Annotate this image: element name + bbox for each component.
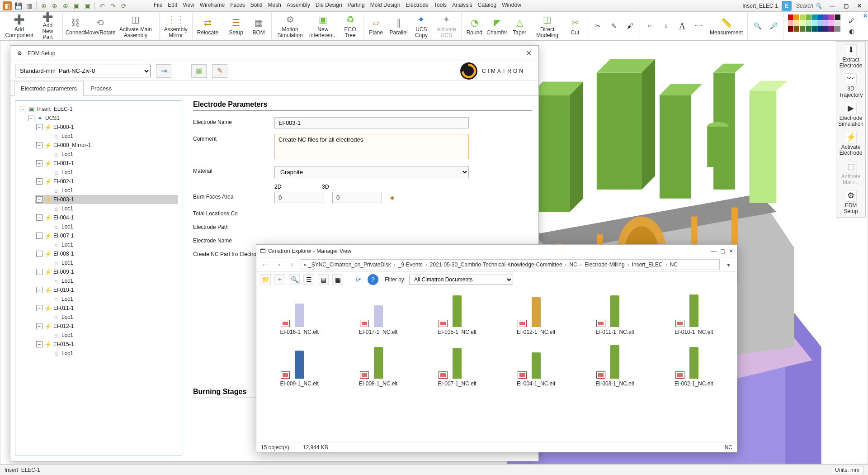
scissors-icon[interactable]: ✂ [591,13,604,39]
activate-electrode-button[interactable]: ⚡Activate Electrode [837,132,864,156]
edit-pencil-icon[interactable]: ✎ [607,13,621,39]
undo-icon[interactable]: ↶ [98,1,107,10]
tab-electrode-parameters[interactable]: Electrode parameters [14,81,84,96]
save-icon[interactable]: 💾 [14,1,23,10]
color-swatch[interactable] [817,20,823,26]
tree-collapse-icon[interactable]: − [36,251,42,257]
tree-location-row[interactable]: ⌂Loc1 [43,222,178,231]
menu-diedesign[interactable]: Die Design [316,2,342,8]
tree-collapse-icon[interactable]: − [36,196,42,203]
add-component-button[interactable]: ➕Add Component [5,13,33,39]
tree-location-row[interactable]: ⌂Loc1 [43,204,178,213]
tree-location-row[interactable]: ⌂Loc1 [43,258,178,267]
tree-electrode-row[interactable]: −⚡El-008-1 [35,249,178,258]
tree-location-row[interactable]: ⌂Loc1 [43,186,178,195]
file-thumbnail[interactable]: El-007-1_NC.elt [422,343,492,387]
view-thumbs-button[interactable]: ▦ [332,274,343,285]
breadcrumb-segment[interactable]: Electrode-Milling [585,261,625,268]
add-new-part-button[interactable]: ➕Add New Part [36,13,60,39]
explorer-close-button[interactable]: ✕ [729,248,733,254]
electrode-name-input[interactable] [274,117,469,128]
template-select[interactable]: Standard-mm_Part-NC-Ziv-0 [15,65,151,77]
3d-trajectory-button[interactable]: 〰3D Trajectory [837,73,864,98]
color-palette[interactable] [786,13,842,39]
breadcrumb-segment[interactable]: « _SYNC_Cimatron_on_PrivateDisk [304,261,391,268]
breadcrumb-segment[interactable]: NC [570,261,577,268]
file-thumbnail[interactable]: El-004-1_NC.elt [501,343,571,387]
tree-collapse-icon[interactable]: − [36,233,42,239]
collapse-ribbon-button[interactable]: ✕ [863,13,868,19]
color-swatch[interactable] [817,14,823,20]
plane-button[interactable]: ▱Plane [366,13,386,39]
burn-3d-input[interactable] [332,192,382,203]
tree-location-row[interactable]: ⌂Loc1 [43,168,178,177]
breadcrumb-segment[interactable]: _9-Events [398,261,423,268]
explorer-minimize-button[interactable]: — [711,248,717,254]
file-thumbnail[interactable]: El-011-1_NC.elt [580,292,650,335]
activate-main-assembly-button[interactable]: ◫Activate Main Assembly [115,13,156,39]
activate-ucs-button[interactable]: ✦Activate UCS [434,13,458,39]
file-thumbnail[interactable]: El-012-1_NC.elt [501,292,571,335]
new-interference-button[interactable]: ▣New Interferen... [308,13,338,39]
color-swatch[interactable] [811,20,817,26]
tree-collapse-icon[interactable]: − [36,178,42,185]
cube-icon-1[interactable]: ▣ [72,1,81,10]
bom-button[interactable]: ▦BOM [249,13,269,39]
menu-solid[interactable]: Solid [250,2,263,8]
zoom-fit-icon[interactable]: 🔍 [750,13,764,39]
view-list-button[interactable]: ☰ [303,274,314,285]
tree-location-row[interactable]: ⌂Loc1 [43,294,178,304]
tree-electrode-row[interactable]: −⚡El-000-1 [35,123,178,132]
tree-collapse-icon[interactable]: − [28,115,34,121]
tree-electrode-row[interactable]: −⚡El-000_Mirror-1 [35,141,178,150]
color-swatch[interactable] [806,14,811,20]
view-details-button[interactable]: ▤ [318,274,329,285]
breadcrumb-segment[interactable]: NC [670,261,678,268]
tree-location-row[interactable]: ⌂Loc1 [43,150,178,159]
tree-collapse-icon[interactable]: − [36,287,42,293]
color-swatch[interactable] [788,14,793,20]
paint-icon[interactable]: 🖌 [623,13,637,39]
color-swatch[interactable] [794,26,799,32]
tree-location-row[interactable]: ⌂Loc1 [43,331,178,340]
tree-location-row[interactable]: ⌂Loc1 [43,240,178,249]
color-swatch[interactable] [823,20,829,26]
color-swatch[interactable] [788,26,793,32]
color-swatch[interactable] [806,26,811,32]
search-button[interactable]: 🔍 [289,274,300,285]
menu-electrode[interactable]: Electrode [406,2,429,8]
breadcrumb-segment[interactable]: Insert_ELEC [632,261,663,268]
add-icon-3[interactable]: ⊕ [61,1,70,10]
connect-button[interactable]: ⛓Connect [66,13,85,39]
tree-collapse-icon[interactable]: − [36,214,42,221]
tree-collapse-icon[interactable]: − [36,124,42,130]
template-import-button[interactable]: ⇥ [156,64,171,78]
tree-collapse-icon[interactable]: − [36,341,42,347]
tree-collapse-icon[interactable]: − [36,142,42,148]
color-swatch[interactable] [794,20,799,26]
eyedropper-icon[interactable]: 🖊 [845,16,859,26]
tree-electrode-row[interactable]: −⚡El-012-1 [35,322,178,331]
color-swatch[interactable] [806,20,811,26]
extract-electrode-button[interactable]: ⬇Extract Electrode [837,44,864,69]
tree-location-row[interactable]: ⌂Loc1 [43,132,178,141]
direct-modeling-button[interactable]: ◫Direct Modeling [532,13,562,39]
menu-tools[interactable]: Tools [434,2,447,8]
color-swatch[interactable] [800,14,805,20]
move-rotate-button[interactable]: ⟲Move/Rotate [88,13,112,39]
menu-molddesign[interactable]: Mold Design [370,2,401,8]
color-swatch[interactable] [835,20,840,26]
tree-collapse-icon[interactable]: − [36,269,42,275]
chamfer-button[interactable]: ◤Chamfer [487,13,507,39]
burn-recalc-icon[interactable]: ◆ [390,195,394,201]
template-sheet-button[interactable]: ▦ [191,64,207,78]
ucs-copy-button[interactable]: ✦UCS Copy [411,13,432,39]
comment-textarea[interactable]: Create NC files for all electrodes [274,134,469,159]
transparency-icon[interactable]: ◐ [845,27,859,37]
edm-setup-button[interactable]: ⚙EDM Setup [837,190,864,214]
filter-select[interactable]: All Cimatron Documents [409,275,513,285]
help-button[interactable]: ? [368,274,378,285]
tree-electrode-row[interactable]: −⚡El-015-1 [35,340,178,349]
menu-assembly[interactable]: Assembly [287,2,310,8]
tree-collapse-icon[interactable]: − [36,305,42,311]
